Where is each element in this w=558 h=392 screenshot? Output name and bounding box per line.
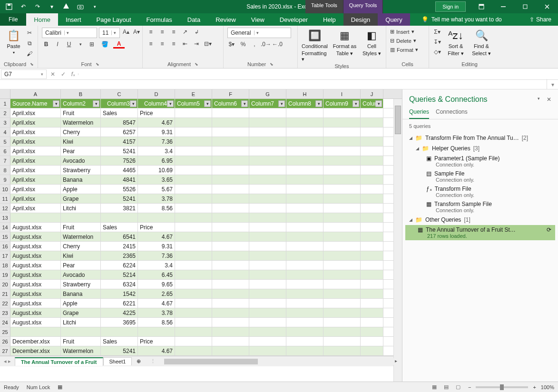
cell[interactable]	[249, 147, 286, 156]
cell[interactable]	[286, 166, 323, 175]
cell[interactable]	[61, 213, 101, 222]
query-group-transform-file[interactable]: ◢ 📁 Transform File from The Annual Tu… […	[405, 133, 555, 143]
cell[interactable]	[249, 270, 286, 279]
cell[interactable]	[286, 118, 323, 127]
cell[interactable]	[175, 223, 212, 232]
cell[interactable]	[249, 118, 286, 127]
zoom-out-icon[interactable]: −	[468, 384, 471, 390]
cell[interactable]: 7.36	[138, 251, 175, 260]
tab-review[interactable]: Review	[208, 13, 244, 26]
cell[interactable]: 6541	[101, 232, 138, 241]
cell[interactable]	[361, 185, 383, 194]
cell[interactable]: Sales	[101, 223, 138, 232]
row-header[interactable]: 5	[0, 137, 10, 146]
tab-help[interactable]: Help	[315, 13, 343, 26]
cell[interactable]: Apple	[61, 299, 101, 308]
cell[interactable]: 6.95	[138, 156, 175, 165]
cell[interactable]	[212, 185, 249, 194]
cell[interactable]	[212, 251, 249, 260]
row-header[interactable]: 25	[0, 327, 10, 336]
row-header[interactable]: 22	[0, 299, 10, 308]
row-header[interactable]: 21	[0, 289, 10, 298]
cell[interactable]	[212, 147, 249, 156]
tab-formulas[interactable]: Formulas	[139, 13, 180, 26]
undo-icon[interactable]: ↶	[18, 1, 29, 12]
cell[interactable]	[286, 242, 323, 251]
cell[interactable]	[175, 118, 212, 127]
cell[interactable]	[175, 156, 212, 165]
pane-close-icon[interactable]: ✕	[547, 96, 551, 103]
row-header[interactable]: 15	[0, 232, 10, 241]
redo-icon[interactable]: ↷	[32, 1, 43, 12]
align-right-icon[interactable]: ≡	[169, 39, 178, 48]
cell[interactable]: Price	[138, 108, 175, 118]
cell[interactable]: Sales	[101, 108, 138, 118]
cell[interactable]	[286, 346, 323, 355]
query-group-helper[interactable]: ◢ 📁 Helper Queries [3]	[405, 143, 555, 154]
row-header[interactable]: 11	[0, 194, 10, 203]
row-header[interactable]: 3	[0, 118, 10, 127]
number-format-combo[interactable]: General▾	[227, 28, 291, 38]
share-button[interactable]: ⇪ Share	[523, 13, 558, 26]
cell[interactable]	[361, 137, 383, 146]
cell[interactable]: 4157	[101, 137, 138, 146]
cell[interactable]	[361, 270, 383, 279]
touch-mode-icon[interactable]: ▾	[47, 1, 57, 12]
cell[interactable]	[249, 194, 286, 203]
cell[interactable]: 9.65	[138, 280, 175, 289]
row-header[interactable]: 2	[0, 108, 10, 118]
border-icon[interactable]: ⊞	[88, 40, 96, 49]
cell[interactable]	[175, 242, 212, 251]
cell[interactable]	[361, 127, 383, 137]
filter-dropdown-icon[interactable]: ▾	[130, 100, 137, 107]
minimize-button[interactable]	[492, 0, 514, 13]
cell[interactable]	[175, 299, 212, 308]
cell[interactable]: Kiwi	[61, 251, 101, 260]
row-header[interactable]: 13	[0, 213, 10, 222]
cell[interactable]: Column6▾	[212, 99, 249, 108]
cell[interactable]: 7.36	[138, 137, 175, 146]
tab-query[interactable]: Query	[378, 13, 410, 26]
close-button[interactable]	[536, 0, 558, 13]
cell[interactable]: Column8▾	[286, 99, 323, 108]
cell[interactable]: Column3▾	[101, 99, 138, 108]
cell[interactable]: Strawberry	[61, 280, 101, 289]
sheet-tab-active[interactable]: The Annual Turnover of a Fruit	[15, 357, 103, 366]
cell[interactable]: 3.78	[138, 308, 175, 317]
cell[interactable]: 5241	[101, 346, 138, 355]
filter-dropdown-icon[interactable]: ▾	[204, 100, 211, 107]
increase-indent-icon[interactable]: ⇥	[192, 39, 201, 48]
cell[interactable]	[212, 232, 249, 241]
cell[interactable]: 5241	[101, 194, 138, 203]
cell[interactable]	[286, 185, 323, 194]
cell[interactable]: 3695	[101, 318, 138, 327]
cell[interactable]: August.xlsx	[10, 308, 61, 317]
zoom-in-icon[interactable]: +	[533, 384, 536, 390]
cell[interactable]: August.xlsx	[10, 289, 61, 298]
wrap-text-icon[interactable]: ↲	[192, 28, 201, 36]
cell[interactable]: 10.69	[138, 166, 175, 175]
format-painter-icon[interactable]: 🖌	[25, 49, 34, 58]
queries-subtab[interactable]: Queries	[409, 107, 429, 119]
cell[interactable]	[212, 204, 249, 213]
cell[interactable]	[175, 204, 212, 213]
row-header[interactable]: 19	[0, 270, 10, 279]
decrease-font-icon[interactable]: A▾	[132, 28, 141, 36]
cell[interactable]	[361, 175, 383, 184]
cell[interactable]: December.xlsx	[10, 346, 61, 355]
font-launcher-icon[interactable]: ⬊	[96, 62, 99, 67]
align-top-icon[interactable]: ≡	[147, 28, 155, 36]
tab-data[interactable]: Data	[180, 13, 208, 26]
filter-dropdown-icon[interactable]: ▾	[352, 100, 359, 107]
cell[interactable]	[10, 213, 61, 222]
cell[interactable]: Cherry	[61, 242, 101, 251]
font-name-combo[interactable]: Calibri▾	[42, 28, 97, 38]
cell[interactable]	[323, 308, 361, 317]
restore-button[interactable]	[514, 0, 536, 13]
row-header[interactable]: 17	[0, 251, 10, 260]
col-header-J[interactable]: J	[361, 89, 383, 98]
cell[interactable]: December.xlsx	[10, 337, 61, 346]
cell[interactable]	[286, 327, 323, 336]
cell[interactable]	[323, 127, 361, 137]
cell[interactable]	[249, 251, 286, 260]
